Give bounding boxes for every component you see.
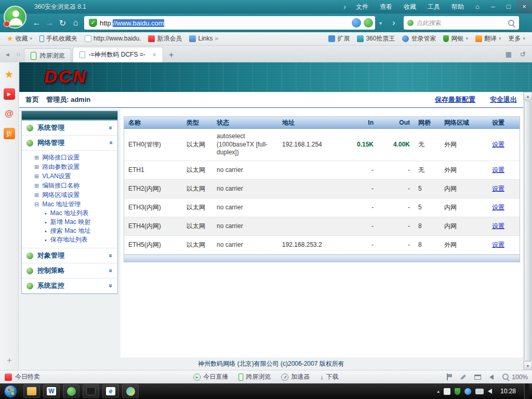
- add-sidebar-app-button[interactable]: +: [0, 355, 19, 366]
- nav-item-mac-list[interactable]: • Mac 地址列表: [22, 209, 117, 218]
- compatibility-mode-icon[interactable]: [352, 18, 361, 28]
- window-mode-icon[interactable]: [474, 375, 481, 380]
- favorites-menu[interactable]: ★ 收藏 ▾: [3, 32, 36, 45]
- search-icon[interactable]: [508, 19, 515, 27]
- mail-sidebar-icon[interactable]: @: [4, 108, 15, 119]
- logout-link[interactable]: 安全退出: [490, 95, 517, 104]
- menu-favorites[interactable]: 收藏: [398, 0, 422, 14]
- accelerator-button[interactable]: 加速器: [281, 373, 310, 381]
- bookmark-sina[interactable]: 新浪会员: [144, 32, 185, 45]
- taskbar-360-browser[interactable]: [122, 384, 139, 398]
- menu-collapse-icon[interactable]: ›: [339, 3, 350, 11]
- tab-scroll-left-icon[interactable]: ◂: [2, 47, 13, 62]
- save-config-link[interactable]: 保存最新配置: [435, 95, 475, 104]
- settings-link[interactable]: 设置: [492, 204, 504, 211]
- download-button[interactable]: ↓ 下载: [320, 373, 339, 381]
- nav-item-network-zone[interactable]: ⊞ 网络区域设置: [22, 190, 117, 200]
- forward-button[interactable]: →: [43, 18, 56, 28]
- scroll-down-icon[interactable]: ▼: [524, 362, 532, 370]
- tray-expand-icon[interactable]: ▴: [437, 389, 440, 394]
- home-button[interactable]: ⌂: [69, 18, 82, 28]
- tray-icon-ime[interactable]: [444, 388, 450, 395]
- nav-section-monitor[interactable]: 系统监控 »: [22, 278, 117, 294]
- extensions-button[interactable]: 扩展: [325, 32, 353, 45]
- nav-section-policy[interactable]: 控制策略 »: [22, 263, 117, 278]
- menu-help[interactable]: 帮助: [446, 0, 470, 14]
- new-tab-button[interactable]: +: [165, 48, 178, 62]
- live-button[interactable]: ▶ 今日直播: [193, 373, 228, 381]
- go-button[interactable]: ›: [386, 18, 402, 28]
- taskbar-word[interactable]: W: [43, 384, 60, 398]
- tray-icon-network[interactable]: [464, 388, 471, 395]
- bookmark-links-folder[interactable]: Links »: [185, 32, 222, 45]
- video-sidebar-icon[interactable]: ▶: [4, 88, 15, 100]
- menu-file[interactable]: 文件: [350, 0, 374, 14]
- reopen-closed-tab-icon[interactable]: ↺: [516, 47, 530, 62]
- nav-section-system[interactable]: 系统管理 »: [22, 121, 117, 136]
- nav-item-mac-add[interactable]: • 新增 Mac 映射: [22, 218, 117, 227]
- flag-icon[interactable]: [447, 374, 452, 380]
- search-input[interactable]: [417, 19, 508, 26]
- tab-close-icon[interactable]: ×: [153, 51, 156, 59]
- address-bar[interactable]: ✓ http: //www.baidu.com: [84, 16, 375, 30]
- login-manager-button[interactable]: 登录管家: [398, 32, 440, 45]
- nav-item-mac-search[interactable]: • 搜索 Mac 地址: [22, 227, 117, 235]
- settings-link[interactable]: 设置: [492, 185, 504, 192]
- scroll-up-icon[interactable]: ▲: [524, 92, 532, 100]
- settings-link[interactable]: 设置: [492, 241, 504, 248]
- search-box[interactable]: [404, 16, 519, 30]
- speed-mode-icon[interactable]: [364, 18, 373, 28]
- nav-item-mac-management[interactable]: ⊟ Mac 地址管理: [22, 200, 117, 209]
- speaker-icon[interactable]: [489, 375, 494, 380]
- close-button[interactable]: ×: [516, 0, 532, 14]
- back-button[interactable]: ←: [30, 18, 43, 28]
- cross-screen-button[interactable]: 跨屏浏览: [238, 373, 271, 381]
- vertical-scrollbar[interactable]: ▲ ▼: [523, 92, 532, 370]
- scrollbar-thumb[interactable]: [524, 101, 531, 361]
- bookmark-baidu[interactable]: http://www.baidu.: [81, 32, 144, 45]
- taskbar-internet-explorer[interactable]: e: [102, 384, 119, 398]
- user-avatar[interactable]: [4, 6, 26, 29]
- maximize-button[interactable]: □: [501, 0, 516, 14]
- taskbar-360-safe[interactable]: [63, 384, 79, 398]
- tab-dcfs-active[interactable]: -=神州数码 DCFS =- ×: [73, 47, 163, 62]
- favorites-sidebar-icon[interactable]: ★: [4, 69, 15, 80]
- translate-button[interactable]: 翻译 ▾: [472, 32, 505, 45]
- start-button[interactable]: [4, 385, 17, 398]
- home-icon[interactable]: ⌂: [470, 0, 485, 14]
- settings-link[interactable]: 设置: [492, 222, 504, 230]
- menu-view[interactable]: 查看: [374, 0, 398, 14]
- taskbar-app-dark[interactable]: [83, 384, 99, 398]
- online-banking-button[interactable]: 网银 ▾: [440, 32, 472, 45]
- nav-item-interface-settings[interactable]: ⊞ 网络接口设置: [22, 153, 117, 162]
- nav-item-routing[interactable]: ⊞ 路由参数设置: [22, 162, 117, 171]
- links-more-icon[interactable]: »: [215, 32, 219, 45]
- site-safety-shield-icon[interactable]: ✓: [89, 19, 97, 27]
- nav-item-edit-interface-name[interactable]: ⊞ 编辑接口名称: [22, 181, 117, 190]
- refresh-button[interactable]: ↻: [56, 18, 69, 28]
- pen-icon[interactable]: [460, 374, 466, 380]
- restore-session-icon[interactable]: ○: [13, 47, 24, 62]
- tray-icon-keyboard[interactable]: [475, 389, 484, 394]
- more-button[interactable]: 更多 ▾: [504, 32, 529, 45]
- ticket-grabber-button[interactable]: 360抢票王: [353, 32, 398, 45]
- tray-icon-security[interactable]: [455, 388, 460, 395]
- discount-sidebar-icon[interactable]: 折: [4, 128, 15, 139]
- search-engine-icon[interactable]: [407, 20, 414, 26]
- bookmark-mobile-favorites[interactable]: 手机收藏夹: [36, 32, 81, 45]
- address-dropdown-icon[interactable]: ▾: [375, 20, 386, 26]
- settings-link[interactable]: 设置: [492, 141, 504, 148]
- nav-item-mac-save[interactable]: • 保存地址列表: [22, 235, 117, 244]
- nav-section-network[interactable]: 网络管理 »: [22, 136, 117, 151]
- tab-cross-screen[interactable]: 跨屏浏览: [24, 48, 71, 62]
- tray-icon-volume[interactable]: [488, 389, 492, 394]
- taskbar-clock[interactable]: 10:28: [496, 388, 520, 395]
- nav-item-vlan[interactable]: ⊞ VLAN设置: [22, 171, 117, 181]
- screenshot-icon[interactable]: ▦: [501, 47, 516, 62]
- menu-tools[interactable]: 工具: [422, 0, 446, 14]
- settings-link[interactable]: 设置: [492, 166, 504, 174]
- zoom-control[interactable]: 100%: [502, 373, 528, 381]
- todays-deals-button[interactable]: 今日特卖: [0, 373, 45, 381]
- minimize-button[interactable]: –: [485, 0, 501, 14]
- nav-section-objects[interactable]: 对象管理 »: [22, 248, 117, 263]
